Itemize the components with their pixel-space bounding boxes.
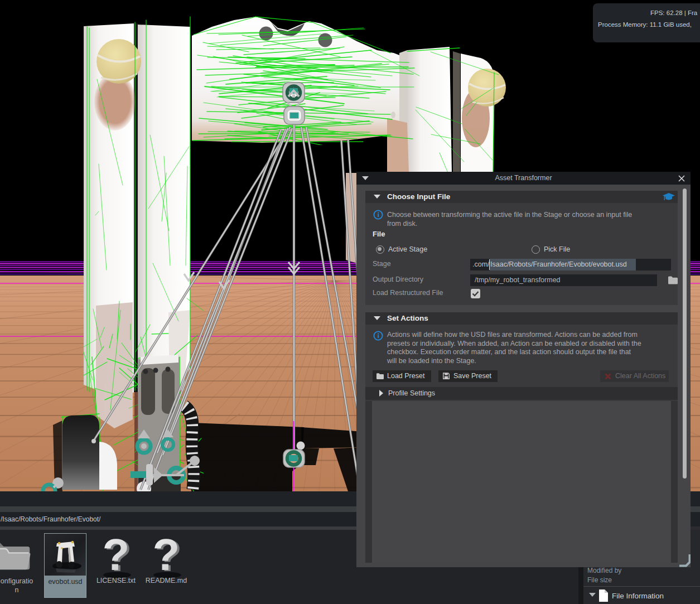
svg-text:?: ? bbox=[153, 534, 180, 579]
svg-text:?: ? bbox=[103, 534, 130, 579]
